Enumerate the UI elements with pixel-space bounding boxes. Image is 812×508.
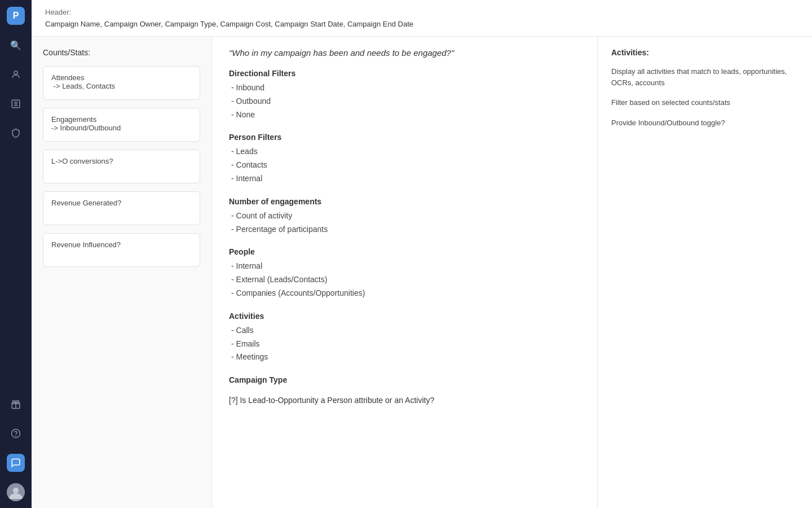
section-people: People - Internal - External (Leads/Cont… xyxy=(229,247,580,300)
section-item: - Calls xyxy=(229,324,580,338)
help-icon[interactable] xyxy=(7,424,25,443)
section-title-campaign-type: Campaign Type xyxy=(229,375,580,384)
shield-icon[interactable] xyxy=(7,124,25,142)
header-label: Header: xyxy=(45,8,798,16)
section-item: - Outbound xyxy=(229,95,580,108)
section-directional-filters: Directional Filters - Inbound - Outbound… xyxy=(229,69,580,121)
section-item: - Internal xyxy=(229,172,580,186)
right-panel: Activities: Display all activities that … xyxy=(598,37,812,508)
counts-stats-title: Counts/Stats: xyxy=(43,48,200,57)
section-item: - Leads xyxy=(229,145,580,159)
right-panel-title: Activities: xyxy=(611,48,798,57)
header-content: Campaign Name, Campaign Owner, Campaign … xyxy=(45,20,798,28)
section-item: - Contacts xyxy=(229,159,580,172)
list-icon[interactable] xyxy=(7,95,25,113)
top-header: Header: Campaign Name, Campaign Owner, C… xyxy=(32,0,812,37)
right-panel-item-2: Filter based on selected counts/stats xyxy=(611,97,798,108)
stat-card-attendees: Attendees -> Leads, Contacts xyxy=(43,66,200,100)
section-activities: Activities - Calls - Emails - Meetings xyxy=(229,312,580,364)
search-icon[interactable]: 🔍 xyxy=(7,36,25,54)
section-item: - Percentage of participants xyxy=(229,223,580,237)
stat-card-engagements: Engagements-> Inbound/Outbound xyxy=(43,108,200,142)
stat-card-conversions: L->O conversions? xyxy=(43,150,200,183)
section-item: - Inbound xyxy=(229,81,580,95)
section-person-filters: Person Filters - Leads - Contacts - Inte… xyxy=(229,133,580,185)
section-title-directional: Directional Filters xyxy=(229,69,580,78)
gift-icon[interactable] xyxy=(7,395,25,413)
body-area: Counts/Stats: Attendees -> Leads, Contac… xyxy=(32,37,812,508)
sidebar: P 🔍 xyxy=(0,0,32,508)
left-panel: Counts/Stats: Attendees -> Leads, Contac… xyxy=(32,37,212,508)
section-item: - Emails xyxy=(229,338,580,351)
chat-icon[interactable] xyxy=(7,454,25,472)
stat-card-revenue-influenced: Revenue Influenced? xyxy=(43,233,200,267)
section-item: - Meetings xyxy=(229,351,580,364)
section-number-engagements: Number of engagements - Count of activit… xyxy=(229,197,580,237)
section-item: - None xyxy=(229,108,580,122)
section-campaign-type: Campaign Type xyxy=(229,375,580,384)
section-title-engagements: Number of engagements xyxy=(229,197,580,206)
right-panel-item-3: Provide Inbound/Outbound toggle? xyxy=(611,117,798,129)
section-title-person: Person Filters xyxy=(229,133,580,142)
svg-point-11 xyxy=(13,488,19,493)
section-title-people: People xyxy=(229,247,580,256)
stat-card-revenue-generated: Revenue Generated? xyxy=(43,191,200,225)
svg-point-0 xyxy=(14,71,17,75)
center-question: "Who in my campaign has been and needs t… xyxy=(229,48,580,58)
avatar[interactable] xyxy=(7,483,25,501)
svg-point-9 xyxy=(16,435,16,436)
section-item: - Count of activity xyxy=(229,209,580,223)
right-panel-item-1: Display all activities that match to lea… xyxy=(611,66,798,88)
section-item: - Companies (Accounts/Opportunities) xyxy=(229,287,580,300)
section-note: [?] Is Lead-to-Opportunity a Person attr… xyxy=(229,396,580,405)
logo[interactable]: P xyxy=(7,7,25,25)
center-panel: "Who in my campaign has been and needs t… xyxy=(212,37,598,508)
person-icon[interactable] xyxy=(7,65,25,84)
main-content: Header: Campaign Name, Campaign Owner, C… xyxy=(32,0,812,508)
section-title-activities: Activities xyxy=(229,312,580,321)
section-item: - Internal xyxy=(229,260,580,273)
section-item: - External (Leads/Contacts) xyxy=(229,273,580,287)
